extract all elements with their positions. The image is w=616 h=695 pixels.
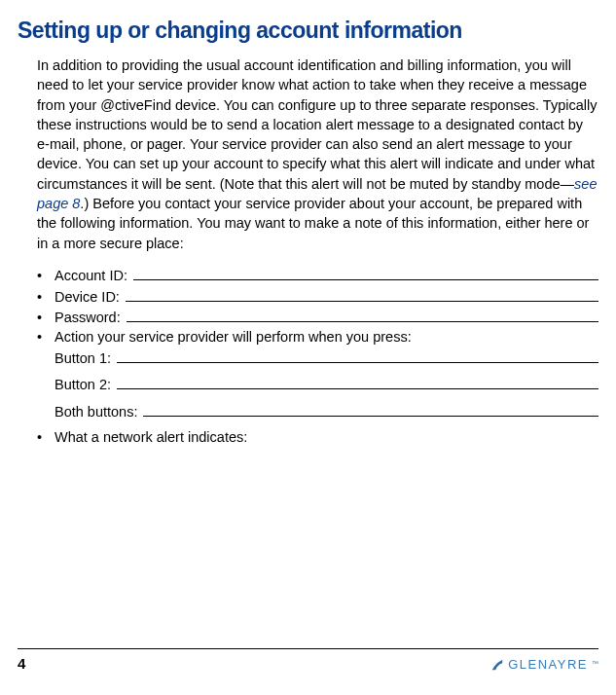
intro-paragraph: In addition to providing the usual accou… xyxy=(37,55,598,253)
button-1-blank[interactable] xyxy=(117,348,598,363)
bullet-char: • xyxy=(37,268,54,283)
both-buttons-label: Both buttons: xyxy=(54,404,137,420)
bullet-char: • xyxy=(37,429,54,445)
bullet-char: • xyxy=(37,289,54,305)
device-id-label: Device ID: xyxy=(54,289,120,305)
both-buttons-blank[interactable] xyxy=(143,402,598,417)
checklist: • Account ID: • Device ID: • Password: •… xyxy=(37,267,598,445)
section-heading: Setting up or changing account informati… xyxy=(18,18,598,44)
bullet-char: • xyxy=(37,329,54,345)
both-buttons-row: Both buttons: xyxy=(54,402,598,420)
account-id-label: Account ID: xyxy=(54,268,127,283)
device-id-blank[interactable] xyxy=(126,287,598,302)
paragraph-text-1: In addition to providing the usual accou… xyxy=(37,57,597,192)
trademark-symbol: ™ xyxy=(592,660,598,667)
account-id-blank[interactable] xyxy=(133,267,598,281)
button-2-label: Button 2: xyxy=(54,377,111,392)
page-number: 4 xyxy=(18,655,25,672)
brand-area: GLENAYRE ™ xyxy=(490,657,598,672)
button-1-row: Button 1: xyxy=(54,348,598,366)
bullet-device-id: • Device ID: xyxy=(37,287,598,305)
bullet-password: • Password: xyxy=(37,309,598,326)
paragraph-text-2: .) Before you contact your service provi… xyxy=(37,196,589,251)
button-2-row: Button 2: xyxy=(54,376,598,393)
bullet-char: • xyxy=(37,310,54,325)
page-footer: 4 GLENAYRE ™ xyxy=(18,648,598,672)
network-alert-label: What a network alert indicates: xyxy=(54,429,247,445)
password-blank[interactable] xyxy=(127,309,598,323)
password-label: Password: xyxy=(54,310,121,325)
action-label: Action your service provider will perfor… xyxy=(54,329,412,345)
glenayre-logo-icon xyxy=(490,658,504,672)
brand-name: GLENAYRE xyxy=(508,657,588,672)
bullet-network-alert: • What a network alert indicates: xyxy=(37,429,598,445)
button-2-blank[interactable] xyxy=(117,376,598,390)
bullet-action: • Action your service provider will perf… xyxy=(37,329,598,345)
bullet-account-id: • Account ID: xyxy=(37,267,598,284)
button-1-label: Button 1: xyxy=(54,350,111,366)
